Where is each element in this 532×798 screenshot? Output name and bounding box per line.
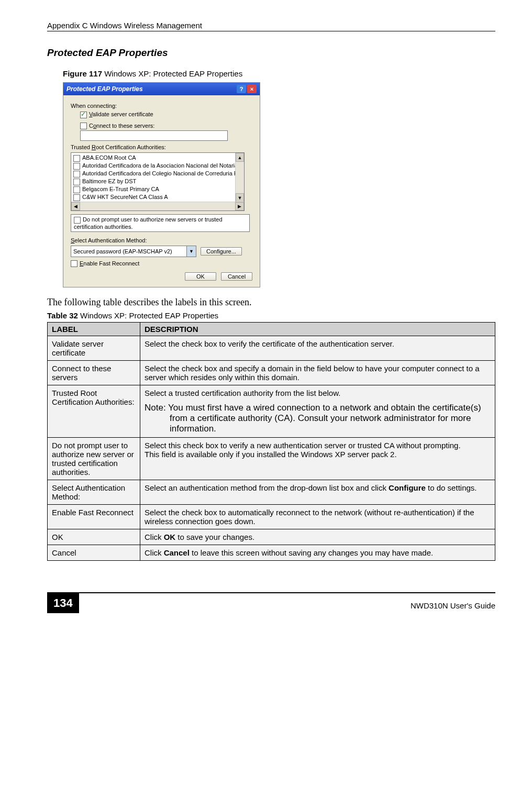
scrollbar-horizontal[interactable]: ◀ ▶	[71, 202, 244, 210]
scrollbar-vertical[interactable]: ▲ ▼	[235, 153, 244, 202]
scroll-up-icon[interactable]: ▲	[236, 153, 244, 162]
table-row: Cancel Click Cancel to leave this screen…	[48, 545, 495, 561]
servers-input[interactable]	[80, 130, 228, 141]
titlebar: Protected EAP Properties ? ×	[63, 83, 260, 95]
table-row: Enable Fast Reconnect Select the check b…	[48, 505, 495, 529]
guide-name: NWD310N User's Guide	[411, 597, 495, 610]
dialog-window: Protected EAP Properties ? × When connec…	[63, 82, 260, 287]
figure-text: Windows XP: Protected EAP Properties	[102, 69, 242, 78]
page-footer: 134 NWD310N User's Guide	[47, 592, 495, 613]
help-icon[interactable]: ?	[237, 85, 246, 93]
section-title: Protected EAP Properties	[47, 47, 495, 59]
table-caption-text: Windows XP: Protected EAP Properties	[78, 311, 218, 320]
table-row: Validate server certificate Select the c…	[48, 336, 495, 361]
ok-button[interactable]: OK	[185, 272, 216, 281]
ca-item[interactable]: ABA.ECOM Root CA	[73, 154, 242, 162]
close-icon[interactable]: ×	[247, 85, 257, 93]
table-row: OK Click OK to save your changes.	[48, 529, 495, 545]
when-connecting-label: When connecting:	[71, 103, 252, 109]
connect-servers-checkbox[interactable]: Connect to these servers:Connect to thes…	[80, 123, 154, 129]
figure-number: Figure 117	[63, 69, 102, 78]
table-number: Table 32	[47, 311, 78, 320]
scroll-left-icon[interactable]: ◀	[71, 202, 80, 210]
ca-item[interactable]: Autoridad Certificadora de la Asociacion…	[73, 162, 242, 170]
fast-reconnect-checkbox[interactable]: Enable Fast ReconnectEnable Fast Reconne…	[71, 260, 139, 267]
page-number: 134	[47, 593, 79, 613]
scroll-down-icon[interactable]: ▼	[236, 193, 244, 202]
configure-button[interactable]: Configure...	[201, 247, 242, 256]
ca-item[interactable]: C&W HKT SecureNet CA Class A	[73, 193, 242, 201]
ca-item[interactable]: Baltimore EZ by DST	[73, 178, 242, 185]
table-row: Connect to these servers Select the chec…	[48, 361, 495, 385]
chevron-down-icon[interactable]: ▼	[186, 246, 196, 257]
no-prompt-option[interactable]: Do not prompt user to authorize new serv…	[71, 214, 250, 232]
table-row: Select Authentication Method: Select an …	[48, 480, 495, 505]
table-header-label: LABEL	[48, 323, 140, 336]
figure-caption: Figure 117 Windows XP: Protected EAP Pro…	[63, 69, 495, 78]
table-row: Trusted Root Certification Authorities: …	[48, 385, 495, 438]
table-header-desc: DESCRIPTION	[140, 323, 495, 336]
auth-method-combo[interactable]: Secured password (EAP-MSCHAP v2) ▼	[71, 246, 196, 257]
intro-text: The following table describes the labels…	[47, 297, 495, 308]
description-table: LABEL DESCRIPTION Validate server certif…	[47, 322, 495, 561]
dialog-title: Protected EAP Properties	[66, 85, 143, 93]
ca-listbox[interactable]: ABA.ECOM Root CA Autoridad Certificadora…	[71, 152, 245, 211]
scroll-right-icon[interactable]: ▶	[235, 202, 244, 210]
ca-item[interactable]: Autoridad Certificadora del Colegio Naci…	[73, 170, 242, 178]
page-header: Appendix C Windows Wireless Management	[47, 21, 495, 31]
table-row: Do not prompt user to authorize new serv…	[48, 438, 495, 480]
cancel-button[interactable]: Cancel	[221, 272, 252, 281]
ca-item[interactable]: Belgacom E-Trust Primary CA	[73, 185, 242, 193]
validate-checkbox[interactable]: VValidate server certificatealidate serv…	[80, 111, 153, 117]
table-caption: Table 32 Windows XP: Protected EAP Prope…	[47, 311, 495, 320]
